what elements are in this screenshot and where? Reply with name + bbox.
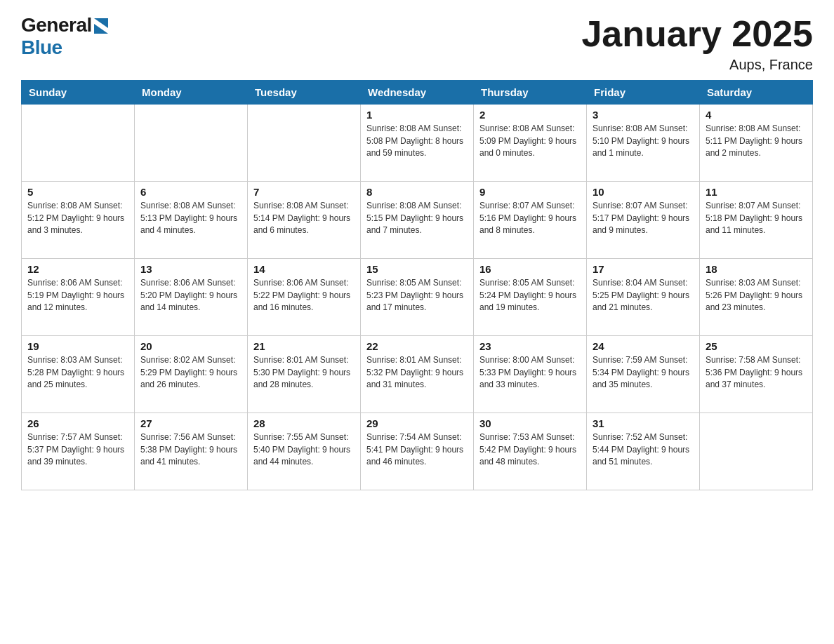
calendar-week-row: 12Sunrise: 8:06 AM Sunset: 5:19 PM Dayli… <box>22 259 813 336</box>
day-number: 1 <box>366 109 468 121</box>
day-info: Sunrise: 8:06 AM Sunset: 5:19 PM Dayligh… <box>27 277 128 314</box>
day-number: 22 <box>366 340 468 352</box>
day-info: Sunrise: 8:00 AM Sunset: 5:33 PM Dayligh… <box>479 354 581 391</box>
day-number: 19 <box>27 340 128 352</box>
table-row: 25Sunrise: 7:58 AM Sunset: 5:36 PM Dayli… <box>700 336 813 413</box>
day-info: Sunrise: 7:58 AM Sunset: 5:36 PM Dayligh… <box>706 354 807 391</box>
table-row: 22Sunrise: 8:01 AM Sunset: 5:32 PM Dayli… <box>361 336 474 413</box>
day-info: Sunrise: 8:02 AM Sunset: 5:29 PM Dayligh… <box>140 354 241 391</box>
day-info: Sunrise: 7:54 AM Sunset: 5:41 PM Dayligh… <box>366 431 468 468</box>
day-info: Sunrise: 8:08 AM Sunset: 5:09 PM Dayligh… <box>479 123 581 159</box>
table-row <box>22 105 135 182</box>
table-row: 27Sunrise: 7:56 AM Sunset: 5:38 PM Dayli… <box>135 413 248 490</box>
table-row: 3Sunrise: 8:08 AM Sunset: 5:10 PM Daylig… <box>587 105 700 182</box>
table-row: 1Sunrise: 8:08 AM Sunset: 5:08 PM Daylig… <box>361 105 474 182</box>
day-info: Sunrise: 7:56 AM Sunset: 5:38 PM Dayligh… <box>140 431 241 468</box>
day-info: Sunrise: 7:55 AM Sunset: 5:40 PM Dayligh… <box>253 431 355 468</box>
day-number: 25 <box>706 340 807 352</box>
table-row: 4Sunrise: 8:08 AM Sunset: 5:11 PM Daylig… <box>700 105 813 182</box>
day-info: Sunrise: 8:07 AM Sunset: 5:16 PM Dayligh… <box>479 200 581 236</box>
day-info: Sunrise: 8:01 AM Sunset: 5:32 PM Dayligh… <box>366 354 468 391</box>
day-info: Sunrise: 8:05 AM Sunset: 5:24 PM Dayligh… <box>479 277 581 314</box>
day-number: 21 <box>253 340 355 352</box>
table-row: 13Sunrise: 8:06 AM Sunset: 5:20 PM Dayli… <box>135 259 248 336</box>
day-info: Sunrise: 7:52 AM Sunset: 5:44 PM Dayligh… <box>593 431 694 468</box>
table-row: 2Sunrise: 8:08 AM Sunset: 5:09 PM Daylig… <box>474 105 587 182</box>
calendar-title: January 2025 <box>581 14 813 54</box>
calendar-week-row: 5Sunrise: 8:08 AM Sunset: 5:12 PM Daylig… <box>22 182 813 259</box>
table-row: 14Sunrise: 8:06 AM Sunset: 5:22 PM Dayli… <box>248 259 361 336</box>
table-row: 19Sunrise: 8:03 AM Sunset: 5:28 PM Dayli… <box>22 336 135 413</box>
table-row: 10Sunrise: 8:07 AM Sunset: 5:17 PM Dayli… <box>587 182 700 259</box>
day-number: 27 <box>140 417 241 429</box>
table-row: 24Sunrise: 7:59 AM Sunset: 5:34 PM Dayli… <box>587 336 700 413</box>
table-row: 30Sunrise: 7:53 AM Sunset: 5:42 PM Dayli… <box>474 413 587 490</box>
day-info: Sunrise: 8:01 AM Sunset: 5:30 PM Dayligh… <box>253 354 355 391</box>
table-row <box>700 413 813 490</box>
day-number: 12 <box>27 263 128 275</box>
calendar-subtitle: Aups, France <box>581 57 813 73</box>
day-info: Sunrise: 7:53 AM Sunset: 5:42 PM Dayligh… <box>479 431 581 468</box>
table-row: 18Sunrise: 8:03 AM Sunset: 5:26 PM Dayli… <box>700 259 813 336</box>
day-info: Sunrise: 8:08 AM Sunset: 5:13 PM Dayligh… <box>140 200 241 236</box>
logo-general-text: General <box>21 14 92 36</box>
day-info: Sunrise: 8:08 AM Sunset: 5:15 PM Dayligh… <box>366 200 468 236</box>
day-number: 7 <box>253 186 355 198</box>
day-number: 6 <box>140 186 241 198</box>
col-tuesday: Tuesday <box>248 81 361 105</box>
logo-icon <box>94 18 108 34</box>
table-row <box>135 105 248 182</box>
table-row: 26Sunrise: 7:57 AM Sunset: 5:37 PM Dayli… <box>22 413 135 490</box>
table-row: 31Sunrise: 7:52 AM Sunset: 5:44 PM Dayli… <box>587 413 700 490</box>
day-info: Sunrise: 7:59 AM Sunset: 5:34 PM Dayligh… <box>593 354 694 391</box>
table-row: 9Sunrise: 8:07 AM Sunset: 5:16 PM Daylig… <box>474 182 587 259</box>
day-number: 26 <box>27 417 128 429</box>
table-row: 7Sunrise: 8:08 AM Sunset: 5:14 PM Daylig… <box>248 182 361 259</box>
day-number: 9 <box>479 186 581 198</box>
day-number: 16 <box>479 263 581 275</box>
day-number: 30 <box>479 417 581 429</box>
table-row <box>248 105 361 182</box>
day-number: 28 <box>253 417 355 429</box>
day-number: 20 <box>140 340 241 352</box>
table-row: 20Sunrise: 8:02 AM Sunset: 5:29 PM Dayli… <box>135 336 248 413</box>
table-row: 17Sunrise: 8:04 AM Sunset: 5:25 PM Dayli… <box>587 259 700 336</box>
table-row: 21Sunrise: 8:01 AM Sunset: 5:30 PM Dayli… <box>248 336 361 413</box>
table-row: 12Sunrise: 8:06 AM Sunset: 5:19 PM Dayli… <box>22 259 135 336</box>
day-number: 13 <box>140 263 241 275</box>
table-row: 11Sunrise: 8:07 AM Sunset: 5:18 PM Dayli… <box>700 182 813 259</box>
day-number: 31 <box>593 417 694 429</box>
table-row: 15Sunrise: 8:05 AM Sunset: 5:23 PM Dayli… <box>361 259 474 336</box>
col-wednesday: Wednesday <box>361 81 474 105</box>
day-number: 15 <box>366 263 468 275</box>
calendar-week-row: 1Sunrise: 8:08 AM Sunset: 5:08 PM Daylig… <box>22 105 813 182</box>
table-row: 6Sunrise: 8:08 AM Sunset: 5:13 PM Daylig… <box>135 182 248 259</box>
day-info: Sunrise: 8:08 AM Sunset: 5:08 PM Dayligh… <box>366 123 468 159</box>
day-info: Sunrise: 8:03 AM Sunset: 5:26 PM Dayligh… <box>706 277 807 314</box>
day-info: Sunrise: 7:57 AM Sunset: 5:37 PM Dayligh… <box>27 431 128 468</box>
day-number: 17 <box>593 263 694 275</box>
day-info: Sunrise: 8:08 AM Sunset: 5:11 PM Dayligh… <box>706 123 807 159</box>
day-info: Sunrise: 8:07 AM Sunset: 5:18 PM Dayligh… <box>706 200 807 236</box>
day-number: 8 <box>366 186 468 198</box>
day-number: 3 <box>593 109 694 121</box>
col-thursday: Thursday <box>474 81 587 105</box>
table-row: 16Sunrise: 8:05 AM Sunset: 5:24 PM Dayli… <box>474 259 587 336</box>
page-header: General Blue January 2025 Aups, France <box>21 14 813 73</box>
logo-blue-text: Blue <box>21 36 62 58</box>
day-info: Sunrise: 8:08 AM Sunset: 5:12 PM Dayligh… <box>27 200 128 236</box>
calendar-header: January 2025 Aups, France <box>581 14 813 73</box>
day-number: 5 <box>27 186 128 198</box>
day-number: 2 <box>479 109 581 121</box>
table-row: 29Sunrise: 7:54 AM Sunset: 5:41 PM Dayli… <box>361 413 474 490</box>
calendar-week-row: 19Sunrise: 8:03 AM Sunset: 5:28 PM Dayli… <box>22 336 813 413</box>
day-info: Sunrise: 8:04 AM Sunset: 5:25 PM Dayligh… <box>593 277 694 314</box>
calendar-table: Sunday Monday Tuesday Wednesday Thursday… <box>21 80 813 490</box>
col-friday: Friday <box>587 81 700 105</box>
day-number: 11 <box>706 186 807 198</box>
day-number: 10 <box>593 186 694 198</box>
calendar-week-row: 26Sunrise: 7:57 AM Sunset: 5:37 PM Dayli… <box>22 413 813 490</box>
day-number: 4 <box>706 109 807 121</box>
day-number: 23 <box>479 340 581 352</box>
table-row: 23Sunrise: 8:00 AM Sunset: 5:33 PM Dayli… <box>474 336 587 413</box>
